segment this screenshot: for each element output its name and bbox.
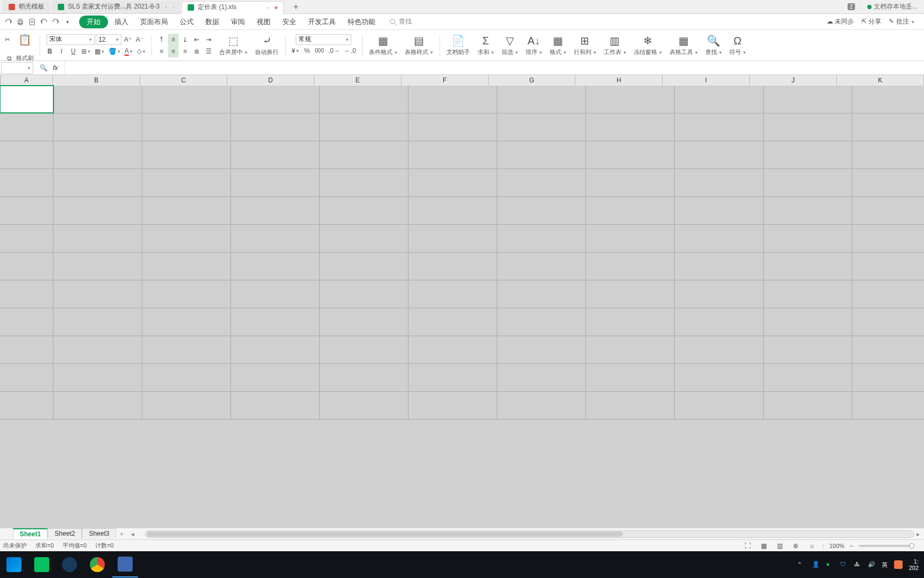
cell[interactable] bbox=[586, 86, 675, 113]
find-button[interactable]: 🔍 查找▾ bbox=[702, 33, 725, 58]
cell[interactable] bbox=[675, 364, 764, 391]
sum-button[interactable]: Σ 求和▾ bbox=[474, 33, 497, 58]
browser-button[interactable] bbox=[57, 552, 82, 577]
cell[interactable] bbox=[675, 336, 764, 363]
cell[interactable] bbox=[852, 169, 924, 196]
align-right-button[interactable]: ≡ bbox=[180, 45, 190, 57]
zoom-slider[interactable] bbox=[859, 545, 912, 547]
cell[interactable] bbox=[586, 308, 675, 336]
symbol-button[interactable]: Ω 符号▾ bbox=[726, 33, 749, 58]
menu-review[interactable]: 审阅 bbox=[226, 16, 250, 28]
font-size-combo[interactable]: 12▾ bbox=[96, 34, 121, 45]
cell[interactable] bbox=[852, 86, 924, 113]
column-header[interactable]: A bbox=[1, 75, 53, 86]
cell[interactable] bbox=[53, 86, 142, 113]
align-distribute-button[interactable]: ☰ bbox=[203, 45, 214, 57]
fx-icon[interactable]: fx bbox=[53, 64, 58, 72]
cell[interactable] bbox=[142, 197, 231, 224]
cell[interactable] bbox=[675, 280, 764, 308]
cell[interactable] bbox=[53, 280, 142, 308]
menu-data[interactable]: 数据 bbox=[200, 16, 225, 28]
cell[interactable] bbox=[497, 308, 586, 336]
cell[interactable] bbox=[53, 141, 142, 169]
cell[interactable] bbox=[409, 364, 497, 391]
sheet-tab-1[interactable]: Sheet1 bbox=[13, 528, 48, 539]
cell[interactable] bbox=[142, 392, 231, 419]
fullscreen-button[interactable]: ⛶ bbox=[742, 540, 753, 552]
menu-formula[interactable]: 公式 bbox=[174, 16, 199, 28]
cell[interactable] bbox=[764, 364, 852, 391]
cell[interactable] bbox=[764, 113, 852, 141]
start-button[interactable] bbox=[1, 552, 27, 577]
read-mode-button[interactable]: ☼ bbox=[806, 540, 817, 552]
clear-format-button[interactable]: ◇▾ bbox=[135, 45, 147, 57]
cell[interactable] bbox=[764, 308, 852, 336]
tray-network-icon[interactable]: 🖧 bbox=[854, 561, 861, 568]
cell[interactable] bbox=[320, 364, 409, 391]
cell[interactable] bbox=[586, 253, 675, 280]
chrome-button[interactable] bbox=[84, 552, 110, 577]
decrease-decimal-button[interactable]: ←.0 bbox=[343, 45, 358, 57]
cell[interactable] bbox=[497, 336, 586, 363]
cut-button[interactable]: ✂ bbox=[2, 34, 13, 45]
border-style-button[interactable]: ▦▾ bbox=[93, 45, 106, 57]
cell[interactable] bbox=[764, 141, 852, 169]
cell[interactable] bbox=[764, 86, 852, 113]
cell[interactable] bbox=[231, 308, 320, 336]
cell[interactable] bbox=[53, 308, 142, 336]
table-style-button[interactable]: ▤ 表格样式▾ bbox=[402, 33, 436, 58]
auto-wrap-button[interactable]: ⤶ 自动换行 bbox=[252, 33, 282, 58]
paste-button[interactable]: 📋 bbox=[14, 27, 35, 52]
cell[interactable] bbox=[53, 392, 142, 419]
cell[interactable] bbox=[142, 308, 231, 336]
tray-shield-icon[interactable]: 🛡 bbox=[840, 561, 848, 568]
cell[interactable] bbox=[142, 113, 231, 141]
cell[interactable] bbox=[852, 253, 924, 280]
cell[interactable] bbox=[53, 169, 142, 196]
cell[interactable] bbox=[497, 141, 586, 169]
menu-devtools[interactable]: 开发工具 bbox=[303, 16, 341, 28]
print-button[interactable] bbox=[15, 17, 26, 27]
currency-button[interactable]: ¥▾ bbox=[290, 45, 301, 57]
annotate-button[interactable]: ✎ 批注 ▾ bbox=[889, 17, 914, 26]
cell[interactable] bbox=[231, 197, 320, 224]
column-header[interactable]: K bbox=[837, 75, 924, 86]
name-box[interactable]: ▾ bbox=[1, 62, 33, 74]
decrease-indent-button[interactable]: ⇤ bbox=[191, 34, 202, 45]
tray-people-icon[interactable]: 👤 bbox=[812, 561, 820, 568]
freeze-button[interactable]: ❄ 冻结窗格▾ bbox=[630, 33, 665, 58]
cell[interactable] bbox=[675, 141, 764, 169]
close-icon[interactable]: · bbox=[173, 3, 175, 11]
fill-color-button[interactable]: 🪣▾ bbox=[107, 45, 122, 57]
cell[interactable] bbox=[852, 197, 924, 224]
cell[interactable] bbox=[852, 225, 924, 252]
table-tools-button[interactable]: ▦ 表格工具▾ bbox=[666, 33, 701, 58]
cell[interactable] bbox=[586, 113, 675, 141]
cell[interactable] bbox=[320, 169, 409, 196]
cell[interactable] bbox=[586, 364, 675, 391]
increase-font-button[interactable]: A⁺ bbox=[122, 34, 133, 45]
font-family-combo[interactable]: 宋体▾ bbox=[47, 34, 95, 45]
cell[interactable] bbox=[142, 364, 231, 391]
column-header[interactable]: J bbox=[750, 75, 837, 86]
tray-wechat-icon[interactable]: ● bbox=[826, 561, 834, 568]
rowcol-button[interactable]: ⊞ 行和列▾ bbox=[571, 33, 599, 58]
column-header[interactable]: G bbox=[489, 75, 576, 86]
cell[interactable] bbox=[231, 141, 320, 169]
cell[interactable] bbox=[53, 197, 142, 224]
cell[interactable] bbox=[231, 86, 320, 113]
horizontal-scrollbar[interactable]: ◂ ▸ bbox=[127, 530, 924, 538]
cell[interactable] bbox=[497, 253, 586, 280]
menu-insert[interactable]: 插入 bbox=[109, 16, 134, 28]
protect-status[interactable]: 尚未保护 bbox=[3, 542, 27, 550]
expand-namebox-icon[interactable]: 🔍 bbox=[40, 64, 48, 72]
undo-button[interactable] bbox=[38, 17, 49, 27]
cell[interactable] bbox=[0, 336, 53, 363]
cell[interactable] bbox=[409, 197, 497, 224]
share-button[interactable]: ⇱ 分享 bbox=[861, 17, 881, 26]
cell[interactable] bbox=[586, 225, 675, 252]
column-header[interactable]: F bbox=[402, 75, 489, 86]
cell[interactable] bbox=[409, 86, 497, 113]
italic-button[interactable]: I bbox=[56, 45, 67, 57]
column-header[interactable]: C bbox=[140, 75, 227, 86]
